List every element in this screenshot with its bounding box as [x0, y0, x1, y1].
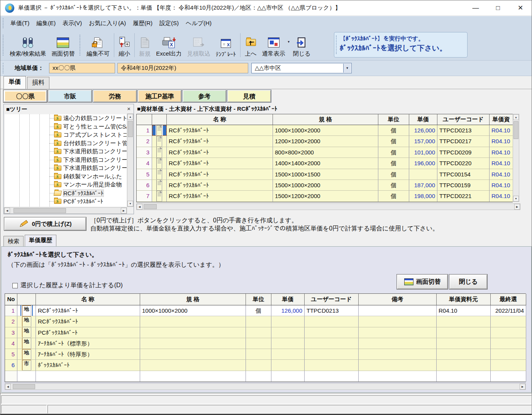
close-app-button[interactable]: 閉じる: [290, 32, 313, 59]
tree-item[interactable]: S台付鉄筋コンクリート管(/: [5, 139, 127, 148]
material-user-code: TTPCD0220: [437, 158, 490, 169]
history-row[interactable]: 3地PCﾎﾞｯｸｽｶﾙﾊﾞｰﾄ: [5, 327, 525, 338]
no-edit-button[interactable]: 編集不可: [84, 32, 112, 59]
folder-s-mark: S: [56, 174, 59, 179]
document-icon: [156, 180, 162, 191]
no-edit-label: 編集不可: [86, 50, 110, 58]
scroll-down-icon[interactable]: ▼: [127, 201, 133, 207]
minimize-button[interactable]: —: [464, 1, 487, 15]
scroll-right-icon[interactable]: ▶: [520, 384, 525, 390]
category-tab-4[interactable]: 施工P基準: [138, 90, 181, 102]
tree-vertical-scrollbar[interactable]: ▲ ▼: [127, 113, 134, 207]
material-horizontal-scrollbar[interactable]: ◀ ▶: [136, 203, 520, 210]
tree-item[interactable]: S下水道用鉄筋コンクリー: [5, 164, 127, 173]
scroll-left-icon[interactable]: ◀: [137, 204, 142, 210]
history-row[interactable]: 1地RCﾎﾞｯｸｽｶﾙﾊﾞｰﾄ1000×1000×2000個126,000TTP…: [5, 305, 525, 316]
material-row[interactable]: 2RCﾎﾞｯｸｽｶﾙﾊﾞｰﾄ1200×1200×2000個157,000TTPC…: [137, 136, 512, 147]
material-row[interactable]: 5RCﾎﾞｯｸｽｶﾙﾊﾞｰﾄ1500×1000×1500個TTPC00154R0…: [137, 169, 512, 180]
normal-view-button[interactable]: 通常表示: [259, 32, 288, 59]
tree-item[interactable]: Sマンホール用足掛金物: [5, 181, 127, 189]
period-field[interactable]: [117, 63, 248, 73]
folder-s-mark: S: [56, 149, 59, 154]
menu-item[interactable]: 編集(E): [33, 18, 59, 29]
close-button[interactable]: ✕: [509, 1, 532, 15]
zero-yen-button[interactable]: 0円で積上げ(Z): [4, 217, 86, 230]
tree-item[interactable]: S可とう性ヒューム管(CS/: [5, 123, 127, 131]
history-checkbox[interactable]: [12, 283, 18, 288]
history-screen-switch-button[interactable]: 画面切替: [397, 274, 448, 289]
scroll-right-icon[interactable]: ▶: [121, 208, 127, 213]
normal-view-dropdown-caret[interactable]: ▼: [287, 40, 290, 44]
history-row[interactable]: 2地RCﾎﾞｯｸｽｶﾙﾊﾞｰﾄ: [5, 316, 525, 327]
tab-tanka[interactable]: 単価: [3, 76, 26, 89]
category-tab-5[interactable]: 参考: [183, 90, 226, 102]
template-button[interactable]: ≡X ﾃﾝﾌﾟﾚｰﾄ: [213, 32, 239, 59]
tree-item[interactable]: S下水道用鉄筋コンクリー: [5, 156, 127, 164]
history-unit: [246, 327, 271, 338]
tab-search[interactable]: 検索: [3, 236, 24, 247]
tree-item[interactable]: S下水道用鉄筋コンクリー: [5, 147, 127, 156]
tree-branch: [49, 143, 54, 144]
search-results-button[interactable]: 検索/検索結果: [7, 32, 49, 59]
district-dropdown[interactable]: △△市中区 ▼: [251, 63, 352, 73]
material-vertical-scrollbar[interactable]: ▲ ▼: [513, 114, 519, 202]
tree-horizontal-scrollbar[interactable]: ◀ ▶: [4, 207, 127, 214]
screen-switch-button[interactable]: 画面切替: [49, 32, 77, 59]
history-hscroll-thumb[interactable]: [13, 384, 35, 389]
scroll-left-icon[interactable]: ◀: [4, 208, 10, 213]
excel-export-button[interactable]: X Excel出力: [153, 32, 185, 59]
menu-bar: 単価(T)編集(E)表示(V)お気に入り(A)履歴(R)設定(S)ヘルプ(H): [0, 16, 532, 30]
tree-item[interactable]: RCﾎﾞｯｸｽｶﾙﾊﾞｰﾄ: [5, 189, 127, 198]
menu-item[interactable]: 履歴(R): [129, 18, 156, 29]
tab-price-history[interactable]: 単価履歴: [25, 235, 56, 247]
up-button[interactable]: 上へ: [242, 32, 259, 59]
tree-hscroll-thumb[interactable]: [14, 208, 66, 213]
scroll-up-icon[interactable]: ▲: [513, 114, 519, 120]
scroll-down-icon[interactable]: ▼: [513, 196, 519, 202]
header-spec: 規 格: [140, 294, 246, 305]
material-row[interactable]: 4RCﾎﾞｯｸｽｶﾙﾊﾞｰﾄ1400×1400×2000個196,000TTPC…: [137, 158, 512, 169]
material-vscroll-thumb[interactable]: [513, 121, 518, 139]
shrink-button[interactable]: 縮小: [116, 32, 133, 59]
menu-item[interactable]: 単価(T): [7, 18, 33, 29]
category-tab-3[interactable]: 労務: [93, 90, 137, 102]
dropdown-arrow-icon[interactable]: ▼: [343, 64, 351, 73]
document-icon-cell[interactable]: [152, 125, 167, 136]
history-row[interactable]: 5地ｱｰﾁｶﾙﾊﾞｰﾄ（特厚形）: [5, 349, 525, 360]
tree-item[interactable]: SPCﾎﾞｯｸｽｶﾙﾊﾞｰﾄ: [5, 197, 127, 206]
material-row[interactable]: 1RCﾎﾞｯｸｽｶﾙﾊﾞｰﾄ1000×1000×2000個126,000TTPC…: [137, 125, 512, 136]
menu-item[interactable]: ヘルプ(H): [182, 18, 215, 29]
document-icon-cell: [152, 136, 167, 147]
open-folder-icon: [54, 191, 62, 196]
category-tab-2[interactable]: 市販: [48, 90, 92, 102]
folder-icon: S: [54, 149, 61, 154]
history-row[interactable]: 6市ﾎﾞｯｸｽｶﾙﾊﾞｰﾄ: [5, 360, 525, 371]
material-row[interactable]: 6RCﾎﾞｯｸｽｶﾙﾊﾞｰﾄ1500×1000×2000個187,000TTPC…: [137, 180, 512, 191]
category-tab-6[interactable]: 見積: [227, 90, 271, 102]
scroll-up-icon[interactable]: ▲: [127, 114, 133, 120]
history-close-button[interactable]: 閉じる: [449, 274, 487, 289]
badge-cell: 地: [17, 338, 36, 349]
scroll-left-icon[interactable]: ◀: [5, 384, 11, 390]
material-price-source: R04.10: [490, 158, 513, 169]
category-tab-1[interactable]: 〇〇県: [3, 90, 47, 102]
menu-item[interactable]: お気に入り(A): [85, 18, 129, 29]
history-row[interactable]: 4地ｱｰﾁｶﾙﾊﾞｰﾄ（標準形）: [5, 338, 525, 349]
scroll-right-icon[interactable]: ▶: [514, 204, 520, 210]
menu-item[interactable]: 表示(V): [59, 18, 85, 29]
prefecture-field[interactable]: [49, 63, 115, 73]
tree-item[interactable]: S遠心力鉄筋コンクリート管: [5, 114, 127, 123]
tree-item[interactable]: Sコア式プレストレストコンクリー: [5, 131, 127, 139]
tab-sonryo[interactable]: 損料: [27, 77, 49, 89]
menu-item[interactable]: 設定(S): [156, 18, 182, 29]
maximize-button[interactable]: □: [487, 1, 509, 15]
material-row[interactable]: 7RCﾎﾞｯｸｽｶﾙﾊﾞｰﾄ1500×1200×2000個198,000TTPC…: [137, 191, 512, 202]
material-row[interactable]: 3RCﾎﾞｯｸｽｶﾙﾊﾞｰﾄ800×800×2000個101,000TTPCD0…: [137, 147, 512, 158]
tree-item[interactable]: S鋳鉄製マンホールふた: [5, 173, 127, 181]
tree-close-icon[interactable]: ×: [127, 105, 130, 112]
tree-vscroll-thumb[interactable]: [128, 121, 133, 137]
history-message-2: （下の画面は「ﾎﾞｯｸｽｶﾙﾊﾞｰﾄ - ﾎﾞｯｸｽｶﾙﾊﾞｰﾄ」の選択履歴を表…: [8, 261, 225, 269]
history-horizontal-scrollbar[interactable]: ◀ ▶: [5, 383, 526, 390]
material-hscroll-thumb[interactable]: [144, 204, 157, 209]
history-price: 126,000: [271, 305, 305, 316]
